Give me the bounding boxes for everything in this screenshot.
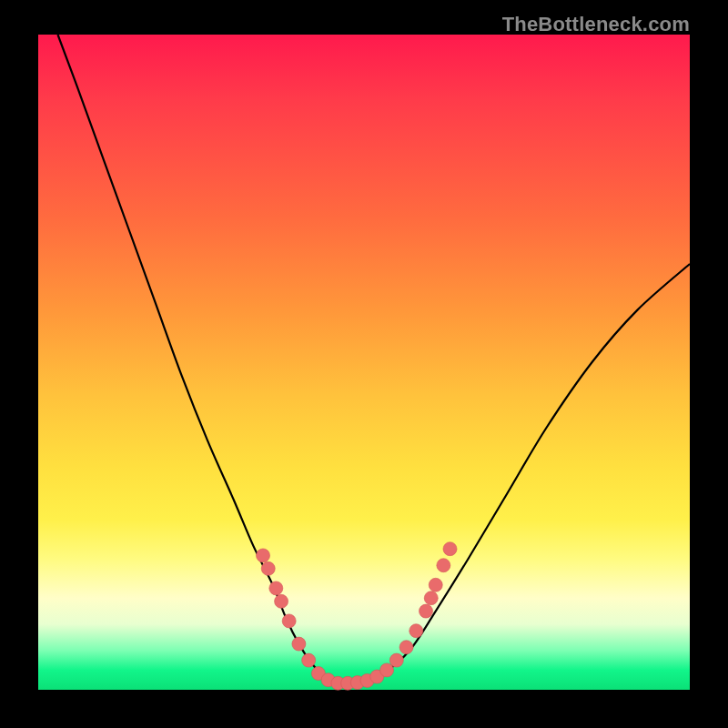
data-point	[420, 604, 433, 618]
data-point	[269, 581, 283, 595]
data-point	[292, 637, 306, 651]
data-point	[282, 614, 296, 628]
data-point	[443, 542, 457, 556]
data-point	[437, 559, 450, 572]
data-point	[429, 578, 442, 592]
data-point	[261, 561, 275, 575]
data-point	[275, 594, 288, 608]
chart-frame: TheBottleneck.com	[0, 0, 728, 728]
data-point	[302, 653, 316, 667]
data-point	[257, 549, 270, 562]
data-point	[399, 641, 413, 654]
data-point	[389, 653, 403, 667]
chart-svg	[38, 35, 690, 690]
watermark-text: TheBottleneck.com	[502, 13, 690, 36]
data-point	[380, 663, 394, 677]
data-point	[410, 624, 423, 638]
data-point	[424, 592, 438, 605]
plot-area	[38, 35, 690, 690]
bottleneck-curve	[57, 35, 690, 683]
scatter-points	[257, 542, 457, 691]
